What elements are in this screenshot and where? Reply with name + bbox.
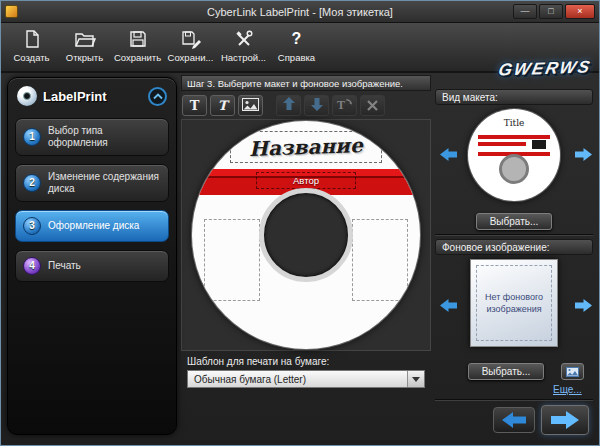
paper-template-value: Обычная бумага (Letter): [194, 374, 306, 385]
section-divider: [435, 234, 593, 236]
text-tool-icon: T: [190, 99, 200, 112]
watermark-graffiti: GWERWS: [497, 57, 594, 80]
arrow-right-icon: [575, 299, 592, 312]
select-dropdown-arrow-icon[interactable]: [407, 371, 424, 387]
prev-background-button[interactable]: [438, 297, 458, 313]
choose-layout-button[interactable]: Выбрать...: [476, 213, 552, 230]
disc-preview-panel: Название Автор: [181, 119, 431, 351]
disc-label-canvas[interactable]: Название Автор: [192, 121, 420, 349]
arrow-left-icon: [440, 148, 457, 161]
save-as-label: Сохрани...: [168, 52, 214, 63]
background-none-text: Нет фонового изображения: [476, 265, 552, 341]
more-link[interactable]: Еще...: [553, 384, 582, 395]
layout-section-header: Вид макета:: [435, 89, 593, 105]
sidebar-step-1[interactable]: 1 Выбор типа оформления: [15, 118, 169, 156]
choose-background-button[interactable]: Выбрать...: [468, 363, 544, 380]
back-button[interactable]: [493, 407, 535, 433]
open-label: Открыть: [66, 52, 103, 63]
step-3-label: Оформление диска: [48, 220, 139, 232]
svg-text:T: T: [337, 98, 345, 111]
move-down-button[interactable]: [304, 95, 329, 116]
back-arrow-icon: [502, 412, 526, 428]
save-button[interactable]: Сохранить: [111, 26, 164, 71]
browse-image-file-button[interactable]: [561, 363, 584, 380]
save-as-button[interactable]: Сохрани...: [164, 26, 217, 71]
step-1-badge: 1: [23, 128, 41, 146]
arrow-down-icon: [311, 97, 323, 115]
step-4-label: Печать: [48, 260, 81, 272]
window-title: CyberLink LabelPrint - [Моя этикетка]: [207, 6, 393, 18]
settings-button[interactable]: Настрой...: [217, 26, 270, 71]
next-layout-button[interactable]: [573, 146, 593, 162]
arrow-left-icon: [440, 299, 457, 312]
new-label: Создать: [13, 52, 49, 63]
background-section-header: Фоновое изображение:: [435, 239, 593, 255]
disc-title-field[interactable]: Название: [230, 131, 382, 163]
help-label: Справка: [278, 52, 315, 63]
step-3-badge: 3: [23, 217, 41, 235]
curved-text-tool-icon: T: [218, 99, 228, 112]
add-text-button[interactable]: T: [182, 95, 207, 116]
layout-header-text: Вид макета:: [442, 92, 498, 103]
layout-thumb-stripe: [478, 135, 550, 139]
open-folder-icon: [74, 26, 96, 52]
arrow-up-icon: [283, 97, 295, 115]
layout-thumb-title: Title: [468, 109, 560, 128]
minimize-button[interactable]: —: [513, 4, 537, 19]
close-button[interactable]: ×: [565, 4, 595, 19]
paper-template-label: Шаблон для печати на бумаге:: [187, 356, 329, 367]
background-thumbnail[interactable]: Нет фонового изображения: [470, 259, 558, 347]
disc-title-text: Название: [249, 133, 363, 161]
layout-thumb-hole: [499, 154, 529, 184]
maximize-button[interactable]: □: [539, 4, 563, 19]
delete-object-button[interactable]: [360, 95, 385, 116]
add-image-button[interactable]: [238, 95, 263, 116]
app-window: CyberLink LabelPrint - [Моя этикетка] — …: [0, 0, 600, 446]
settings-label: Настрой...: [221, 52, 266, 63]
step-4-badge: 4: [23, 257, 41, 275]
collapse-sidebar-button[interactable]: [148, 87, 167, 106]
choose-layout-label: Выбрать...: [490, 216, 539, 227]
new-document-icon: [22, 26, 42, 52]
tools-separator: [266, 95, 273, 116]
delete-x-icon: [367, 97, 378, 115]
sidebar-step-3[interactable]: 3 Оформление диска: [15, 210, 169, 242]
background-header-text: Фоновое изображение:: [442, 242, 550, 253]
disc-image-placeholder-left[interactable]: [204, 219, 260, 301]
next-button[interactable]: [541, 405, 589, 435]
sidebar-header: LabelPrint: [17, 86, 167, 106]
add-curved-text-button[interactable]: T: [210, 95, 235, 116]
next-background-button[interactable]: [573, 297, 593, 313]
settings-icon: [234, 26, 254, 52]
step-2-label: Изменение содержания диска: [48, 171, 161, 195]
disc-image-placeholder-right[interactable]: [352, 219, 408, 301]
image-tool-icon: [242, 97, 259, 115]
rotate-text-icon: T: [336, 97, 353, 115]
layout-thumbnail[interactable]: Title: [468, 109, 560, 201]
picture-file-icon: [566, 367, 579, 377]
sidebar-step-2[interactable]: 2 Изменение содержания диска: [15, 164, 169, 202]
help-icon: ?: [292, 26, 302, 52]
step-title-bar: Шаг 3. Выберите макет и фоновое изображе…: [181, 75, 431, 91]
open-button[interactable]: Открыть: [58, 26, 111, 71]
chevron-up-icon: [153, 93, 163, 100]
new-button[interactable]: Создать: [5, 26, 58, 71]
rotate-text-button[interactable]: T: [332, 95, 357, 116]
disc-author-text: Автор: [293, 175, 319, 186]
disc-logo-icon: [17, 86, 37, 106]
step-1-label: Выбор типа оформления: [48, 125, 161, 149]
step-title-text: Шаг 3. Выберите макет и фоновое изображе…: [187, 78, 403, 89]
help-button[interactable]: ? Справка: [270, 26, 323, 71]
paper-template-select[interactable]: Обычная бумага (Letter): [187, 370, 425, 388]
save-label: Сохранить: [114, 52, 161, 63]
layout-thumb-stripe: [478, 142, 526, 146]
save-as-icon: [180, 26, 202, 52]
sidebar-step-4[interactable]: 4 Печать: [15, 250, 169, 282]
disc-author-field[interactable]: Автор: [256, 172, 356, 189]
sidebar-logo-text: LabelPrint: [43, 89, 107, 104]
edit-tools-row: T T T: [182, 95, 385, 116]
prev-layout-button[interactable]: [438, 146, 458, 162]
save-icon: [128, 26, 148, 52]
step-2-badge: 2: [23, 174, 41, 192]
move-up-button[interactable]: [276, 95, 301, 116]
